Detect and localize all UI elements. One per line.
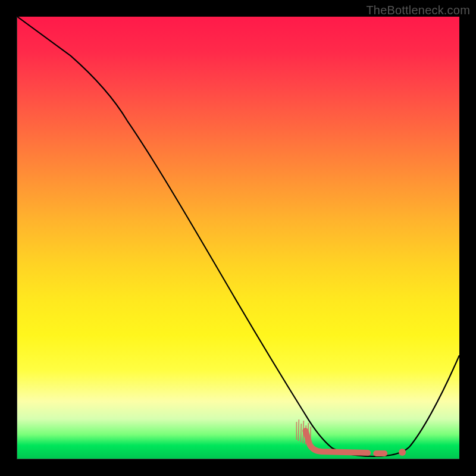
svg-line-2 (300, 424, 301, 442)
curve-line (17, 17, 459, 456)
chart-overlay (17, 17, 459, 459)
coral-valley-segment (305, 431, 384, 453)
svg-line-1 (298, 419, 299, 441)
coral-dot (399, 449, 406, 456)
chart-container (17, 17, 459, 459)
watermark-label: TheBottleneck.com (366, 4, 470, 17)
